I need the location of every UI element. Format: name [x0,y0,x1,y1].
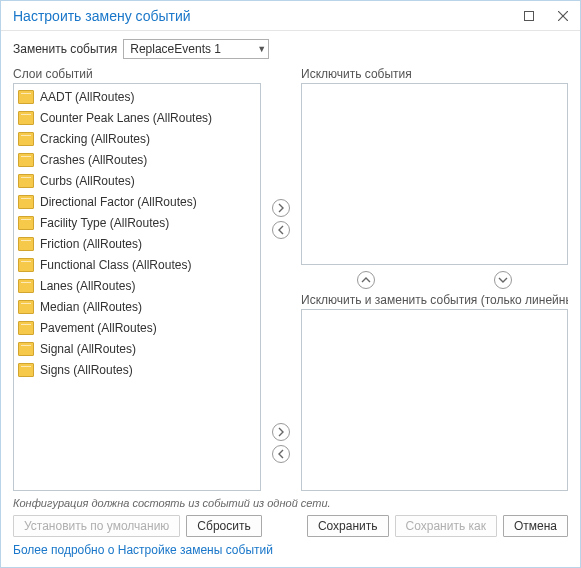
layer-icon [18,195,34,209]
layer-icon [18,174,34,188]
list-item[interactable]: Facility Type (AllRoutes) [14,212,260,233]
list-item[interactable]: Lanes (AllRoutes) [14,275,260,296]
dropdown-value: ReplaceEvents 1 [130,42,257,56]
list-item[interactable]: Signal (AllRoutes) [14,338,260,359]
layer-icon [18,363,34,377]
layer-icon [18,153,34,167]
arrow-left-icon [276,449,286,459]
layer-icon [18,237,34,251]
move-right-top-button[interactable] [272,199,290,217]
maximize-icon [524,11,534,21]
maximize-button[interactable] [512,1,546,30]
list-item[interactable]: Crashes (AllRoutes) [14,149,260,170]
reset-button[interactable]: Сбросить [186,515,261,537]
list-item[interactable]: Signs (AllRoutes) [14,359,260,380]
list-item-label: Facility Type (AllRoutes) [40,216,169,230]
list-item[interactable]: Directional Factor (AllRoutes) [14,191,260,212]
arrow-left-icon [276,225,286,235]
list-item-label: Curbs (AllRoutes) [40,174,135,188]
chevron-down-icon: ▼ [257,44,266,54]
cancel-button[interactable]: Отмена [503,515,568,537]
list-item-label: Crashes (AllRoutes) [40,153,147,167]
arrow-right-icon [276,427,286,437]
list-item[interactable]: AADT (AllRoutes) [14,86,260,107]
list-item-label: Lanes (AllRoutes) [40,279,135,293]
event-layers-label: Слои событий [13,67,261,81]
layer-icon [18,279,34,293]
layer-icon [18,300,34,314]
event-layers-list[interactable]: AADT (AllRoutes)Counter Peak Lanes (AllR… [13,83,261,491]
exclude-replace-events-label: Исключить и заменить события (только лин… [301,293,568,307]
exclude-replace-events-list[interactable] [301,309,568,491]
layer-icon [18,216,34,230]
move-right-bottom-button[interactable] [272,423,290,441]
list-item-label: Directional Factor (AllRoutes) [40,195,197,209]
svg-rect-0 [525,11,534,20]
replace-events-dropdown[interactable]: ReplaceEvents 1 ▼ [123,39,269,59]
list-item-label: Functional Class (AllRoutes) [40,258,191,272]
arrow-down-icon [498,275,508,285]
layer-icon [18,321,34,335]
titlebar: Настроить замену событий [1,1,580,31]
window-title: Настроить замену событий [13,8,512,24]
list-item-label: Median (AllRoutes) [40,300,142,314]
arrow-up-icon [361,275,371,285]
list-item-label: Signs (AllRoutes) [40,363,133,377]
arrow-right-icon [276,203,286,213]
list-item-label: Signal (AllRoutes) [40,342,136,356]
layer-icon [18,132,34,146]
list-item[interactable]: Friction (AllRoutes) [14,233,260,254]
list-item[interactable]: Cracking (AllRoutes) [14,128,260,149]
config-note: Конфигурация должна состоять из событий … [13,497,568,509]
layer-icon [18,90,34,104]
move-up-button[interactable] [357,271,375,289]
list-item-label: Counter Peak Lanes (AllRoutes) [40,111,212,125]
move-down-button[interactable] [494,271,512,289]
list-item-label: Friction (AllRoutes) [40,237,142,251]
exclude-events-label: Исключить события [301,67,568,81]
set-default-button[interactable]: Установить по умолчанию [13,515,180,537]
save-button[interactable]: Сохранить [307,515,389,537]
close-button[interactable] [546,1,580,30]
list-item[interactable]: Curbs (AllRoutes) [14,170,260,191]
move-left-bottom-button[interactable] [272,445,290,463]
list-item[interactable]: Functional Class (AllRoutes) [14,254,260,275]
move-left-top-button[interactable] [272,221,290,239]
list-item-label: Cracking (AllRoutes) [40,132,150,146]
layer-icon [18,111,34,125]
replace-events-label: Заменить события [13,42,117,56]
layer-icon [18,258,34,272]
exclude-events-list[interactable] [301,83,568,265]
learn-more-link[interactable]: Более подробно о Настройке замены событи… [13,541,568,563]
list-item[interactable]: Median (AllRoutes) [14,296,260,317]
list-item-label: Pavement (AllRoutes) [40,321,157,335]
layer-icon [18,342,34,356]
list-item[interactable]: Counter Peak Lanes (AllRoutes) [14,107,260,128]
list-item-label: AADT (AllRoutes) [40,90,134,104]
save-as-button[interactable]: Сохранить как [395,515,497,537]
list-item[interactable]: Pavement (AllRoutes) [14,317,260,338]
close-icon [558,11,568,21]
